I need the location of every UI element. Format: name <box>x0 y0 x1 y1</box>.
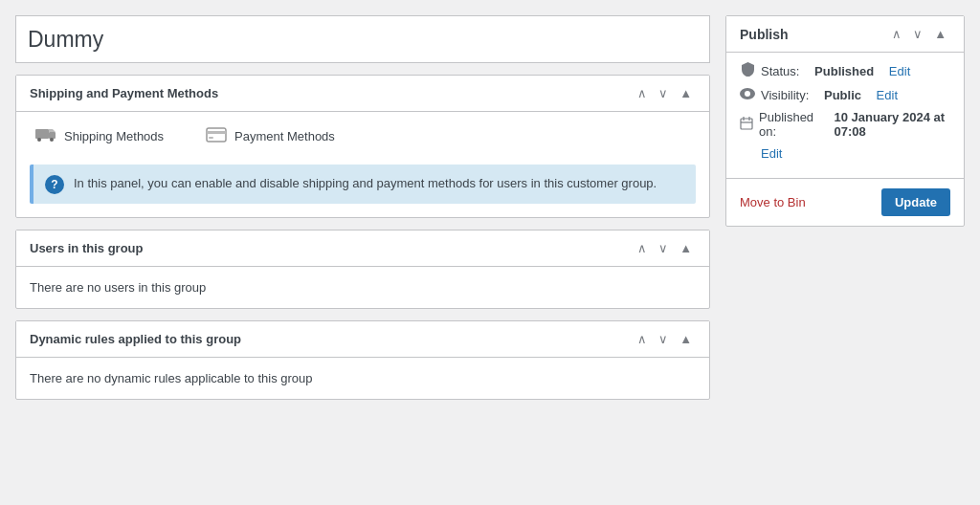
publish-panel-footer: Move to Bin Update <box>726 178 964 226</box>
published-date: 10 January 2024 at 07:08 <box>834 110 950 139</box>
shipping-icon <box>35 125 56 147</box>
users-panel-title: Users in this group <box>30 241 143 255</box>
shipping-payment-panel-controls: ∧ ∨ ▲ <box>634 85 696 101</box>
dynamic-rules-panel-collapse-btn[interactable]: ▲ <box>676 331 696 347</box>
status-value: Published <box>814 64 874 78</box>
info-box: ? In this panel, you can enable and disa… <box>30 165 696 204</box>
svg-rect-7 <box>209 137 213 139</box>
shipping-payment-panel-title: Shipping and Payment Methods <box>30 86 218 100</box>
shipping-payment-panel-down-btn[interactable]: ∨ <box>655 85 672 101</box>
shipping-payment-panel: Shipping and Payment Methods ∧ ∨ ▲ <box>15 75 710 218</box>
info-icon: ? <box>45 175 64 194</box>
publish-panel: Publish ∧ ∨ ▲ Status: Published <box>725 15 965 227</box>
svg-marker-2 <box>49 129 56 132</box>
users-panel: Users in this group ∧ ∨ ▲ There are no u… <box>15 230 710 309</box>
users-panel-down-btn[interactable]: ∨ <box>655 240 672 256</box>
dynamic-rules-empty-text: There are no dynamic rules applicable to… <box>16 358 709 399</box>
published-edit-row: Edit <box>740 146 950 161</box>
users-panel-controls: ∧ ∨ ▲ <box>634 240 696 256</box>
publish-panel-down-btn[interactable]: ∨ <box>909 26 926 42</box>
svg-rect-10 <box>741 119 752 129</box>
dynamic-rules-panel-title: Dynamic rules applied to this group <box>30 332 241 346</box>
methods-row: Shipping Methods Payment Methods <box>16 112 709 165</box>
svg-rect-5 <box>207 128 226 142</box>
status-icon <box>740 62 755 79</box>
users-panel-collapse-btn[interactable]: ▲ <box>676 240 696 256</box>
shipping-methods-label: Shipping Methods <box>64 129 164 143</box>
svg-point-3 <box>37 138 41 142</box>
users-panel-up-btn[interactable]: ∧ <box>634 240 651 256</box>
shipping-methods-item[interactable]: Shipping Methods <box>30 121 169 151</box>
dynamic-rules-panel-header: Dynamic rules applied to this group ∧ ∨ … <box>16 321 709 358</box>
move-to-bin-link[interactable]: Move to Bin <box>740 195 806 209</box>
status-row: Status: Published Edit <box>740 62 950 79</box>
publish-panel-collapse-btn[interactable]: ▲ <box>930 26 950 42</box>
svg-rect-1 <box>49 132 56 139</box>
visibility-icon <box>740 87 755 102</box>
publish-panel-header: Publish ∧ ∨ ▲ <box>726 16 964 53</box>
info-text: In this panel, you can enable and disabl… <box>74 174 657 193</box>
published-label: Published on: <box>759 110 819 139</box>
calendar-icon <box>740 117 753 133</box>
dynamic-rules-panel-down-btn[interactable]: ∨ <box>655 331 672 347</box>
visibility-label: Visibility: <box>761 88 809 102</box>
visibility-edit-link[interactable]: Edit <box>877 88 898 102</box>
users-panel-header: Users in this group ∧ ∨ ▲ <box>16 231 709 267</box>
status-label: Status: <box>761 64 799 78</box>
published-edit-link[interactable]: Edit <box>761 146 950 161</box>
shipping-payment-panel-collapse-btn[interactable]: ▲ <box>676 85 696 101</box>
shipping-payment-panel-up-btn[interactable]: ∧ <box>634 85 651 101</box>
publish-panel-title: Publish <box>740 27 789 42</box>
payment-methods-label: Payment Methods <box>234 129 335 143</box>
update-button[interactable]: Update <box>881 188 950 216</box>
visibility-row: Visibility: Public Edit <box>740 87 950 102</box>
published-row: Published on: 10 January 2024 at 07:08 <box>740 110 950 139</box>
visibility-value: Public <box>824 88 861 102</box>
svg-point-9 <box>745 91 750 97</box>
status-edit-link[interactable]: Edit <box>889 64 910 78</box>
payment-icon <box>206 125 227 147</box>
publish-panel-up-btn[interactable]: ∧ <box>888 26 905 42</box>
dynamic-rules-panel-controls: ∧ ∨ ▲ <box>634 331 696 347</box>
svg-rect-6 <box>207 131 226 134</box>
svg-rect-0 <box>35 129 49 139</box>
svg-point-4 <box>50 138 54 142</box>
payment-methods-item[interactable]: Payment Methods <box>200 121 341 151</box>
users-empty-text: There are no users in this group <box>16 267 709 308</box>
dynamic-rules-panel-up-btn[interactable]: ∧ <box>634 331 651 347</box>
publish-panel-controls: ∧ ∨ ▲ <box>888 26 950 42</box>
post-title-input[interactable] <box>15 15 710 63</box>
publish-panel-body: Status: Published Edit Visibility: Publi… <box>726 53 964 178</box>
dynamic-rules-panel: Dynamic rules applied to this group ∧ ∨ … <box>15 320 710 400</box>
shipping-payment-panel-header: Shipping and Payment Methods ∧ ∨ ▲ <box>16 76 709 112</box>
